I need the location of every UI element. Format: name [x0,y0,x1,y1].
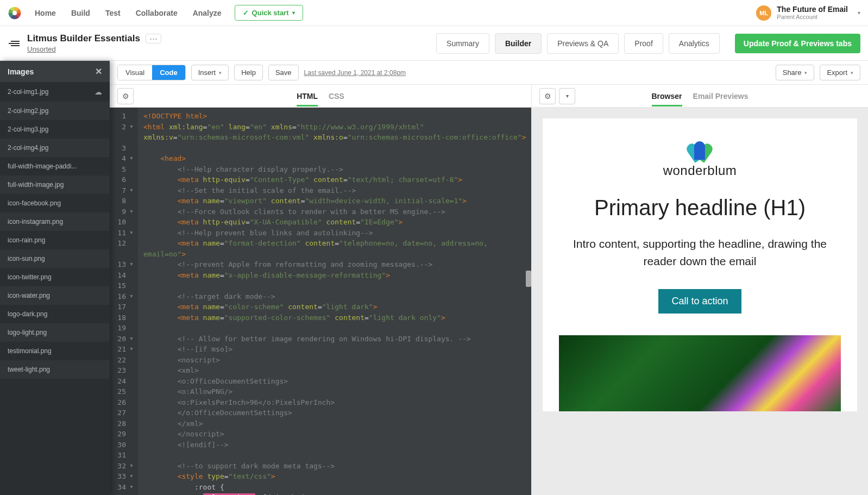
nav-build[interactable]: Build [71,9,90,17]
preview-dropdown-button[interactable]: ▾ [559,88,575,104]
images-panel: Images ✕ 2-col-img1.jpg☁2-col-img2.jpg2-… [0,61,110,495]
nav-collaborate[interactable]: Collaborate [136,9,178,17]
nav-analyze[interactable]: Analyze [193,9,222,17]
quick-start-button[interactable]: ✓ Quick start ▾ [235,5,303,21]
chevron-down-icon: ▾ [219,70,222,76]
editor-tab-css[interactable]: CSS [329,86,344,106]
share-button[interactable]: Share▾ [776,65,815,80]
file-name: tweet-light.png [8,366,50,373]
export-button[interactable]: Export▾ [820,65,860,80]
email-headline: Primary headline (H1) [559,196,841,220]
sidebar-toggle-icon[interactable] [8,41,20,46]
check-icon: ✓ [243,9,249,17]
tab-builder[interactable]: Builder [495,33,542,54]
account-name: The Future of Email [777,5,848,14]
file-name: 2-col-img2.jpg [8,107,48,115]
preview-body: wonderblum Primary headline (H1) Intro c… [532,108,868,495]
section-tabs: Summary Builder Previews & QA Proof Anal… [436,33,720,54]
email-hero-image [559,335,841,411]
view-mode-toggle: Visual Code [117,65,186,80]
file-name: testimonial.png [8,347,52,355]
file-row[interactable]: full-width-image-paddi... [0,157,110,176]
nav-test[interactable]: Test [105,9,121,17]
scrollbar-thumb[interactable] [526,271,531,287]
avatar: ML [756,5,771,21]
editor-tab-html[interactable]: HTML [297,86,318,106]
visual-mode-button[interactable]: Visual [118,65,152,80]
workspace: ⚙ HTML CSS 12▼34▼567▼89▼1011▼1213▼141516… [0,85,868,495]
tab-analytics[interactable]: Analytics [669,33,720,54]
main-nav: Home Build Test Collaborate Analyze [35,9,222,17]
email-logo: wonderblum [663,138,737,178]
code-editor[interactable]: 12▼34▼567▼89▼1011▼1213▼141516▼17181920▼2… [110,108,531,495]
file-name: logo-light.png [8,329,47,336]
email-brand: wonderblum [663,163,737,178]
file-row[interactable]: tweet-light.png [0,360,110,379]
tab-previews[interactable]: Previews & QA [547,33,619,54]
preview-settings-button[interactable]: ⚙ [539,88,556,104]
gear-icon: ⚙ [122,92,129,101]
file-row[interactable]: icon-facebook.png [0,194,110,212]
update-proof-button[interactable]: Update Proof & Previews tabs [735,34,860,53]
file-name: 2-col-img4.jpg [8,144,48,152]
file-row[interactable]: logo-dark.png [0,305,110,323]
chevron-down-icon: ▾ [566,93,569,99]
chevron-down-icon: ▾ [804,70,807,76]
file-name: 2-col-img3.jpg [8,126,48,133]
file-row[interactable]: icon-twitter.png [0,268,110,286]
account-sub: Parent Account [777,14,848,20]
chevron-down-icon: ▾ [292,10,295,16]
file-row[interactable]: icon-water.png [0,286,110,305]
email-cta-button[interactable]: Call to action [658,289,741,314]
tab-proof[interactable]: Proof [624,33,663,54]
preview-tab-email[interactable]: Email Previews [693,86,749,106]
chevron-down-icon: ▾ [851,70,853,76]
tab-summary[interactable]: Summary [436,33,489,54]
file-row[interactable]: testimonial.png [0,342,110,360]
file-name: icon-instagram.png [8,218,63,225]
file-name: logo-dark.png [8,310,47,318]
email-preview: wonderblum Primary headline (H1) Intro c… [543,118,857,411]
svg-point-0 [12,10,17,15]
close-icon[interactable]: ✕ [95,66,102,77]
project-title: Litmus Builder Essentials [27,33,140,44]
top-nav: Home Build Test Collaborate Analyze ✓ Qu… [0,0,868,26]
file-row[interactable]: 2-col-img1.jpg☁ [0,82,110,102]
file-row[interactable]: 2-col-img3.jpg [0,120,110,139]
file-row[interactable]: icon-sun.png [0,249,110,268]
file-name: full-width-image.jpg [8,181,64,189]
quick-start-label: Quick start [252,9,289,17]
file-name: icon-water.png [8,292,50,299]
save-button[interactable]: Save [268,65,299,80]
images-panel-title: Images [8,67,34,76]
project-menu-button[interactable]: ⋯ [146,34,161,43]
editor-settings-button[interactable]: ⚙ [117,88,134,104]
nav-home[interactable]: Home [35,9,56,17]
project-folder-link[interactable]: Unsorted [27,45,161,53]
file-row[interactable]: 2-col-img2.jpg [0,102,110,120]
code-content[interactable]: <!DOCTYPE html><html xml:lang="en" lang=… [138,108,531,495]
cloud-upload-icon[interactable]: ☁ [95,87,102,96]
file-row[interactable]: full-width-image.jpg [0,176,110,194]
preview-tab-browser[interactable]: Browser [652,86,682,106]
line-gutter: 12▼34▼567▼89▼1011▼1213▼141516▼17181920▼2… [110,108,138,495]
editor-tabs: ⚙ HTML CSS [110,85,531,108]
help-button[interactable]: Help [234,65,263,80]
file-list: 2-col-img1.jpg☁2-col-img2.jpg2-col-img3.… [0,82,110,495]
builder-toolbar: Visual Code Insert▾ Help Save Last saved… [0,61,868,85]
file-name: 2-col-img1.jpg [8,88,48,96]
file-row[interactable]: icon-rain.png [0,231,110,249]
file-name: icon-rain.png [8,236,45,244]
editor-pane: ⚙ HTML CSS 12▼34▼567▼89▼1011▼1213▼141516… [110,85,531,495]
file-row[interactable]: logo-light.png [0,323,110,342]
gear-icon: ⚙ [544,92,551,101]
sub-header: Litmus Builder Essentials ⋯ Unsorted Sum… [0,26,868,61]
file-row[interactable]: 2-col-img4.jpg [0,139,110,157]
email-intro: Intro content, supporting the headline, … [564,235,835,270]
code-mode-button[interactable]: Code [152,65,185,80]
file-row[interactable]: icon-instagram.png [0,212,110,231]
last-saved-text: Last saved June 1, 2021 at 2:08pm [304,69,406,77]
insert-button[interactable]: Insert▾ [191,65,229,80]
app-logo[interactable] [8,6,22,20]
account-menu[interactable]: ML The Future of Email Parent Account ▾ [756,5,860,21]
